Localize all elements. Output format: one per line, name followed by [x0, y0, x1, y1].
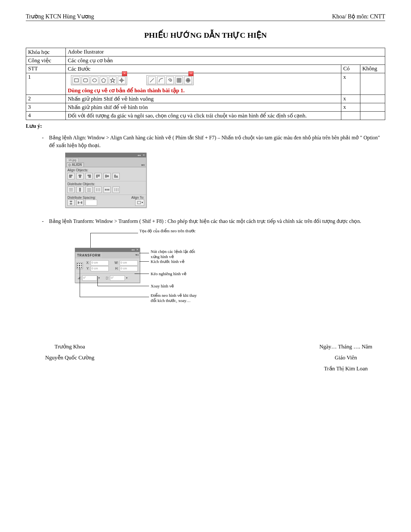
align-left-icon[interactable] [67, 173, 75, 179]
dropdown-icon[interactable]: ▾ [126, 276, 127, 280]
task-label: Công việc [26, 56, 66, 65]
svg-marker-4 [110, 78, 115, 83]
w-field[interactable]: 0 cm [120, 260, 138, 266]
svg-rect-49 [107, 189, 107, 190]
note-2-text: Bảng lệnh Tranform: Window > Tranform ( … [49, 218, 361, 224]
collapse-icon[interactable]: ◂◂ [137, 154, 141, 157]
distribute-bottom-icon[interactable] [85, 186, 93, 193]
align-vcenter-icon[interactable] [104, 173, 111, 179]
svg-rect-25 [88, 175, 90, 176]
distribute-hcenter-icon[interactable] [104, 186, 111, 193]
align-hcenter-icon[interactable] [76, 173, 84, 179]
close-icon[interactable]: × [122, 71, 127, 76]
col-no: Không [360, 65, 385, 73]
svg-line-8 [150, 78, 154, 82]
panel-tab-small[interactable]: 18.jpg [66, 158, 78, 162]
sig-right-name: Trần Thị Kim Loan [319, 363, 372, 374]
distribute-vcenter-icon[interactable] [76, 186, 84, 193]
section-label: Distribute Spacing: [67, 196, 96, 199]
shear-field[interactable]: 0° [110, 276, 125, 281]
distribute-right-icon[interactable] [113, 186, 120, 193]
shape-toolbar: × [71, 75, 127, 85]
table-row: 3 Nhấn giữ phím shif để vẽ hình tròn x [26, 103, 385, 112]
list-item: Bảng lệnh Align: Window > Align Canh hàn… [42, 134, 385, 208]
annotation: Điểm neo hình vẽ khi thay đổi kích thước… [151, 293, 199, 304]
ellipse-icon[interactable] [91, 76, 98, 84]
svg-rect-29 [98, 175, 99, 176]
sig-right-title: Giáo Viên [319, 352, 372, 363]
polygon-icon[interactable] [100, 76, 107, 84]
table-row: 4 Đối với đối tượng đa giác và ngôi sao,… [26, 112, 385, 120]
svg-rect-1 [84, 79, 87, 82]
rotate-field[interactable]: 0° [82, 276, 97, 281]
panel-titlebar: ◂◂✕ [65, 153, 146, 157]
transform-figure: Tọa độ của điểm neo trên thước ◂◂✕ TRANS… [75, 228, 230, 319]
note-1-text: Bảng lệnh Align: Window > Align Canh hàn… [49, 135, 380, 148]
annotation: Kích thước hình vẽ [151, 259, 185, 264]
sig-left-name: Nguyễn Quốc Cường [45, 352, 94, 363]
dropdown-icon[interactable]: ▾ [98, 276, 100, 280]
align-bottom-icon[interactable] [113, 173, 120, 179]
header-left: Trường KTCN Hùng Vương [26, 13, 94, 20]
h-field[interactable]: 0 cm [120, 266, 138, 271]
spiral-icon[interactable] [166, 76, 174, 84]
svg-rect-31 [105, 175, 106, 177]
line-toolbar: × [146, 75, 194, 85]
note-heading: Lưu ý: [26, 123, 385, 129]
grid-icon[interactable] [175, 76, 183, 84]
svg-rect-0 [75, 79, 78, 82]
x-field[interactable]: 0 cm [91, 260, 109, 266]
list-item: Bảng lệnh Tranform: Window > Tranform ( … [42, 217, 385, 319]
annotation: Kéo nghiêng hình vẽ [151, 271, 186, 276]
panel-tab-transform[interactable]: TRANSFORM [76, 252, 102, 258]
annotation: Nút chọn các lệnh lật đối xứng hình vẽ [151, 249, 196, 260]
table-row: 1 × × [26, 73, 385, 95]
align-to-dropdown[interactable]: ▾ [135, 199, 144, 206]
svg-rect-58 [81, 202, 82, 204]
annotation: Tọa độ của điểm neo trên thước [139, 228, 195, 234]
svg-rect-50 [108, 189, 109, 190]
course-value: Adobe Ilustrator [66, 48, 385, 56]
distribute-hspace-icon[interactable] [76, 199, 84, 206]
panel-tab-align[interactable]: ◇ ALIGN [66, 163, 84, 167]
svg-rect-20 [70, 176, 71, 177]
y-field[interactable]: 0 cm [91, 266, 109, 271]
polar-grid-icon[interactable] [184, 76, 192, 84]
rectangle-icon[interactable] [73, 76, 80, 84]
rounded-rect-icon[interactable] [82, 76, 89, 84]
close-icon[interactable]: ✕ [136, 248, 139, 252]
arc-icon[interactable] [157, 76, 165, 84]
distribute-left-icon[interactable] [95, 186, 102, 193]
page-title: PHIẾU HƯỚNG DẪN THỰC HIỆN [26, 31, 385, 40]
svg-marker-3 [102, 78, 105, 82]
menu-icon[interactable]: ▾≡ [141, 164, 145, 167]
col-steps: Các Bước [66, 65, 341, 73]
svg-rect-32 [107, 175, 108, 177]
task-value: Các công cụ cơ bản [66, 56, 385, 65]
collapse-icon[interactable]: ◂◂ [131, 248, 135, 252]
svg-rect-57 [78, 202, 79, 204]
distribute-vspace-icon[interactable] [67, 199, 75, 206]
star-icon[interactable] [109, 76, 116, 84]
col-stt: STT [26, 65, 66, 73]
align-right-icon[interactable] [85, 173, 93, 179]
align-panel: ◂◂✕ 18.jpg ◇ ALIGN ▾≡ Align Objects: [65, 153, 146, 208]
svg-rect-41 [79, 191, 81, 191]
section-label: Distribute Objects: [67, 182, 144, 186]
line-icon[interactable] [148, 76, 156, 84]
section-label: Align Objects: [67, 168, 144, 172]
svg-rect-35 [116, 176, 117, 177]
align-top-icon[interactable] [95, 173, 102, 179]
svg-rect-26 [89, 176, 90, 177]
flare-icon[interactable] [118, 76, 125, 84]
spacing-field[interactable] [85, 200, 97, 206]
svg-rect-34 [115, 175, 115, 177]
section-label: Align To: [131, 196, 144, 199]
menu-icon[interactable]: ▾≡ [135, 253, 139, 257]
distribute-top-icon[interactable] [67, 186, 75, 193]
close-icon[interactable]: × [188, 71, 194, 76]
svg-rect-19 [70, 175, 72, 176]
signature-block: Trưởng Khoa Nguyễn Quốc Cường Ngày… Thán… [26, 341, 385, 374]
close-icon[interactable]: ✕ [143, 154, 145, 157]
sig-left-title: Trưởng Khoa [45, 341, 94, 352]
